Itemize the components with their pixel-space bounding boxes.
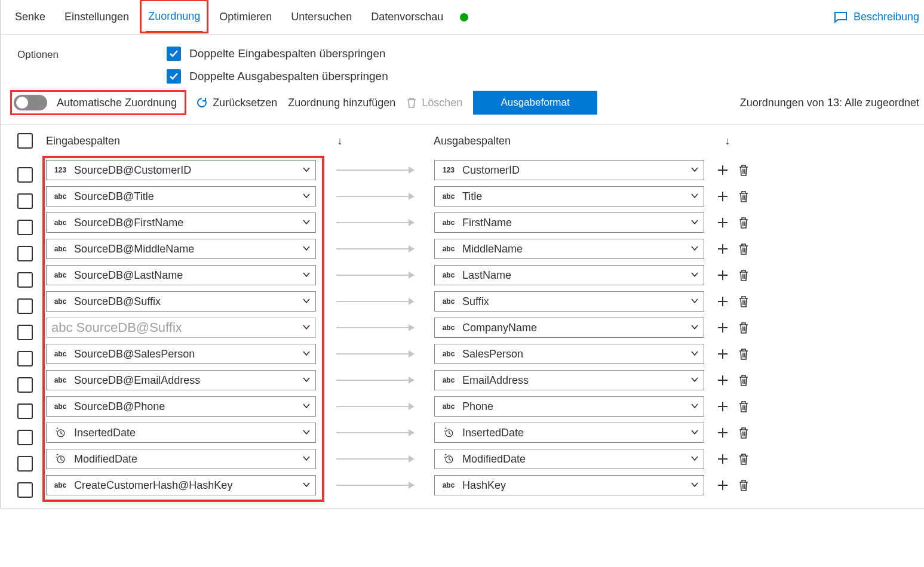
chevron-down-icon xyxy=(302,428,311,438)
input-column-select[interactable]: abcSourceDB@Suffix xyxy=(46,291,316,312)
output-column-select[interactable]: abcLastName xyxy=(434,265,704,285)
delete-action[interactable]: Löschen xyxy=(406,97,462,109)
output-format-button[interactable]: Ausgabeformat xyxy=(473,91,597,115)
output-column-select[interactable]: abcSuffix xyxy=(434,291,704,312)
delete-row-button[interactable] xyxy=(738,400,750,413)
delete-row-button[interactable] xyxy=(738,479,750,492)
row-checkbox[interactable] xyxy=(17,377,33,393)
delete-row-button[interactable] xyxy=(738,374,750,387)
skip-dup-output-checkbox[interactable] xyxy=(167,69,181,84)
row-checkbox[interactable] xyxy=(17,403,33,419)
tab-zuordnung[interactable]: Zuordnung xyxy=(146,2,202,33)
input-sort-icon[interactable]: ↓ xyxy=(333,135,347,147)
delete-row-button[interactable] xyxy=(738,426,750,439)
add-row-button[interactable] xyxy=(716,269,729,282)
add-row-button[interactable] xyxy=(716,216,729,229)
output-column-select[interactable]: InsertedDate xyxy=(434,423,704,443)
add-row-button[interactable] xyxy=(716,452,729,466)
delete-row-button[interactable] xyxy=(738,295,750,308)
chevron-down-icon xyxy=(302,270,311,281)
output-column-select[interactable]: abcPhone xyxy=(434,396,704,417)
input-column-select[interactable]: abc SourceDB@Suffix xyxy=(46,318,316,338)
arrow-icon xyxy=(336,485,414,486)
input-column-select[interactable]: abcSourceDB@EmailAddress xyxy=(46,370,316,390)
mapping-arrow xyxy=(316,222,434,223)
row-checkbox[interactable] xyxy=(17,167,33,183)
chevron-down-icon xyxy=(690,165,699,175)
input-column-value: CreateCustomerHash@HashKey xyxy=(74,479,297,492)
delete-row-button[interactable] xyxy=(738,242,750,255)
row-checkbox[interactable] xyxy=(17,325,33,340)
input-column-select[interactable]: 123SourceDB@CustomerID xyxy=(46,160,316,180)
delete-row-button[interactable] xyxy=(738,216,750,229)
row-checkbox[interactable] xyxy=(17,193,33,209)
row-checkbox[interactable] xyxy=(17,351,33,366)
row-checkbox[interactable] xyxy=(17,430,33,445)
reset-action[interactable]: Zurücksetzen xyxy=(196,97,277,109)
auto-map-label: Automatische Zuordnung xyxy=(57,97,177,109)
row-checkbox[interactable] xyxy=(17,298,33,314)
input-column-select[interactable]: abcSourceDB@Phone xyxy=(46,396,316,417)
output-column-select[interactable]: 123CustomerID xyxy=(434,160,704,180)
add-row-button[interactable] xyxy=(716,164,729,177)
input-column-select[interactable]: abcSourceDB@Title xyxy=(46,186,316,207)
input-column-select[interactable]: abcSourceDB@MiddleName xyxy=(46,239,316,259)
string-type-icon: abc xyxy=(440,481,458,489)
row-checkbox[interactable] xyxy=(17,456,33,472)
mapping-rows: 123SourceDB@CustomerID123CustomerIDabcSo… xyxy=(1,157,924,508)
tab-untersuchen[interactable]: Untersuchen xyxy=(288,2,354,32)
input-column-select[interactable]: ModifiedDate xyxy=(46,449,316,469)
description-link[interactable]: Beschreibung xyxy=(833,11,919,23)
add-mapping-action[interactable]: Zuordnung hinzufügen xyxy=(288,97,395,109)
input-column-select[interactable]: InsertedDate xyxy=(46,423,316,443)
chevron-down-icon xyxy=(302,454,311,464)
delete-row-button[interactable] xyxy=(738,190,750,203)
row-actions xyxy=(716,400,750,413)
delete-row-button[interactable] xyxy=(738,269,750,282)
output-column-select[interactable]: abcEmailAddress xyxy=(434,370,704,390)
input-column-select[interactable]: abcSourceDB@SalesPerson xyxy=(46,344,316,364)
delete-row-button[interactable] xyxy=(738,452,750,466)
tab-optimieren[interactable]: Optimieren xyxy=(217,2,274,32)
output-column-select[interactable]: abcCompanyName xyxy=(434,318,704,338)
row-actions xyxy=(716,426,750,439)
row-checkbox[interactable] xyxy=(17,246,33,261)
output-column-select[interactable]: abcMiddleName xyxy=(434,239,704,259)
tab-datenvorschau[interactable]: Datenvorschau xyxy=(369,2,446,32)
add-row-button[interactable] xyxy=(716,374,729,387)
add-row-button[interactable] xyxy=(716,400,729,413)
row-checkbox[interactable] xyxy=(17,272,33,288)
output-sort-icon[interactable]: ↓ xyxy=(720,135,735,147)
add-row-button[interactable] xyxy=(716,426,729,439)
chevron-down-icon xyxy=(690,454,699,464)
output-column-select[interactable]: abcHashKey xyxy=(434,475,704,495)
output-column-select[interactable]: abcFirstName xyxy=(434,212,704,233)
input-column-select[interactable]: abcSourceDB@FirstName xyxy=(46,212,316,233)
tab-einstellungen[interactable]: Einstellungen xyxy=(62,2,131,32)
output-column-select[interactable]: abcTitle xyxy=(434,186,704,207)
delete-row-button[interactable] xyxy=(738,347,750,360)
select-all-checkbox[interactable] xyxy=(17,133,33,149)
add-row-button[interactable] xyxy=(716,242,729,255)
input-column-value: SourceDB@Title xyxy=(74,190,297,203)
output-column-select[interactable]: abcSalesPerson xyxy=(434,344,704,364)
input-column-select[interactable]: abcSourceDB@LastName xyxy=(46,265,316,285)
number-type-icon: 123 xyxy=(440,166,458,174)
row-checkbox[interactable] xyxy=(17,482,33,498)
auto-map-toggle[interactable] xyxy=(14,95,47,110)
add-row-button[interactable] xyxy=(716,295,729,308)
tab-senke[interactable]: Senke xyxy=(13,2,48,32)
datetime-type-icon xyxy=(440,453,458,466)
skip-dup-input-row: Doppelte Eingabespalten überspringen xyxy=(167,47,388,61)
input-column-select[interactable]: abcCreateCustomerHash@HashKey xyxy=(46,475,316,495)
add-row-button[interactable] xyxy=(716,347,729,360)
arrow-icon xyxy=(336,380,414,381)
add-row-button[interactable] xyxy=(716,190,729,203)
skip-dup-input-checkbox[interactable] xyxy=(167,47,181,61)
output-column-select[interactable]: ModifiedDate xyxy=(434,449,704,469)
add-row-button[interactable] xyxy=(716,321,729,334)
add-row-button[interactable] xyxy=(716,479,729,492)
delete-row-button[interactable] xyxy=(738,321,750,334)
delete-row-button[interactable] xyxy=(738,164,750,177)
row-checkbox[interactable] xyxy=(17,220,33,235)
